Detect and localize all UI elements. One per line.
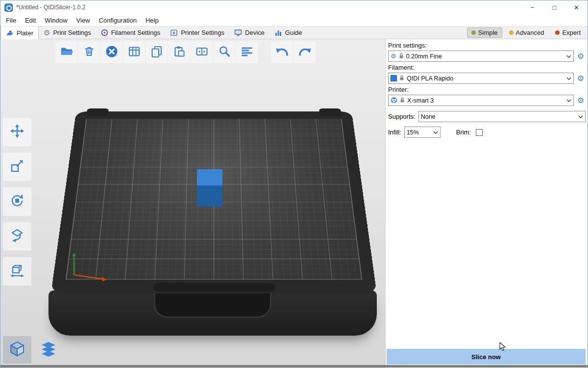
- delete-all-button[interactable]: [100, 42, 122, 63]
- plater-toolbar: [55, 42, 316, 63]
- printer-base: [49, 290, 377, 336]
- tab-filament-settings[interactable]: Filament Settings: [96, 26, 165, 39]
- slice-now-button[interactable]: Slice now: [387, 349, 586, 365]
- mode-label: Expert: [562, 29, 581, 36]
- viewport-3d[interactable]: [0, 39, 385, 368]
- chevron-down-icon: [432, 131, 438, 134]
- place-on-face-icon: [10, 228, 24, 245]
- open-folder-icon: [60, 45, 74, 60]
- supports-row: Supports: None: [388, 111, 586, 122]
- filament-spool-icon: [101, 29, 108, 36]
- menu-help[interactable]: Help: [141, 17, 163, 24]
- rotate-tool-button[interactable]: [3, 187, 31, 216]
- tab-printer-settings[interactable]: Printer Settings: [165, 26, 229, 39]
- minimize-button[interactable]: −: [521, 0, 543, 14]
- brim-label: Brim:: [456, 129, 471, 136]
- printer-label: Printer:: [388, 86, 586, 93]
- layers-icon: [40, 340, 57, 360]
- mode-simple[interactable]: Simple: [467, 27, 502, 38]
- print-settings-gear-button[interactable]: ⚙: [576, 53, 586, 60]
- print-settings-select[interactable]: ⚙ 0.20mm Fine: [388, 51, 574, 62]
- bed-handle-cutout: [154, 293, 271, 318]
- tab-label: Printer Settings: [181, 29, 224, 36]
- model-cube[interactable]: [197, 169, 222, 207]
- supports-value: None: [421, 113, 575, 120]
- brim-checkbox[interactable]: [476, 129, 483, 136]
- close-button[interactable]: ✕: [565, 0, 588, 14]
- tab-label: Plater: [17, 29, 33, 37]
- menu-view[interactable]: View: [72, 17, 95, 24]
- tabbar: Plater ⚙ Print Settings Filament Setting…: [0, 26, 588, 39]
- tab-device[interactable]: Device: [229, 26, 270, 39]
- window-controls: − □ ✕: [521, 0, 588, 14]
- layer-editing-button[interactable]: [236, 42, 258, 63]
- device-monitor-icon: [234, 29, 242, 36]
- editor-view-button[interactable]: [3, 336, 31, 364]
- menu-edit[interactable]: Edit: [21, 17, 40, 24]
- app-window: *Untitled - QIDISlicer-1.0.2 − □ ✕ File …: [0, 0, 588, 368]
- expert-mode-dot: [555, 30, 560, 35]
- simple-mode-dot: [471, 30, 476, 35]
- print-settings-value: 0.20mm Fine: [406, 53, 563, 60]
- axes-gizmo: [69, 249, 113, 284]
- printer-gear-button[interactable]: ⚙: [576, 97, 586, 105]
- tab-guide[interactable]: Guide: [270, 26, 307, 39]
- bed-front-rim-slot: [153, 283, 275, 291]
- mode-expert[interactable]: Expert: [551, 27, 585, 38]
- infill-select[interactable]: 15%: [404, 127, 441, 138]
- measure-tool-button[interactable]: [3, 257, 31, 286]
- gizmo-toolbar: [3, 118, 31, 286]
- mouse-cursor: [499, 342, 506, 352]
- printer-row: X-smart 3 ⚙: [388, 95, 586, 106]
- menu-configuration[interactable]: Configuration: [95, 17, 141, 24]
- filament-gear-button[interactable]: ⚙: [576, 75, 586, 82]
- tab-label: Print Settings: [53, 29, 91, 36]
- mode-advanced[interactable]: Advanced: [505, 27, 549, 38]
- layer-lines-icon: [240, 45, 254, 60]
- model-cube-front-face: [197, 185, 222, 207]
- menu-window[interactable]: Window: [40, 17, 72, 24]
- arrange-button[interactable]: [123, 42, 145, 63]
- window-bottom-edge: [0, 365, 588, 368]
- paste-button[interactable]: [168, 42, 190, 63]
- cube-view-icon: [8, 340, 26, 360]
- place-on-face-tool-button[interactable]: [3, 222, 31, 251]
- search-button[interactable]: [213, 42, 235, 63]
- supports-select[interactable]: None: [418, 111, 586, 122]
- view-mode-toggles: [3, 336, 63, 364]
- gear-icon: ⚙: [44, 29, 50, 36]
- chevron-down-icon: [565, 99, 571, 102]
- gear-icon: ⚙: [391, 53, 396, 59]
- filament-select[interactable]: QIDI PLA Rapido: [388, 73, 574, 84]
- print-settings-label: Print settings:: [388, 42, 586, 49]
- mode-label: Simple: [478, 29, 498, 36]
- scene: [0, 39, 385, 368]
- scale-icon: [10, 158, 24, 175]
- menu-file[interactable]: File: [1, 17, 21, 24]
- printer-select[interactable]: X-smart 3: [388, 95, 574, 106]
- mode-selector: Simple Advanced Expert: [467, 26, 588, 39]
- chevron-down-icon: [565, 77, 571, 80]
- move-icon: [10, 124, 24, 140]
- maximize-button[interactable]: □: [543, 0, 565, 14]
- trash-icon: [82, 45, 96, 60]
- open-file-button[interactable]: [55, 42, 77, 63]
- model-cube-top-face: [197, 169, 222, 185]
- undo-button[interactable]: [271, 42, 293, 63]
- scale-tool-button[interactable]: [3, 153, 31, 181]
- preview-view-button[interactable]: [34, 336, 63, 364]
- redo-button[interactable]: [294, 42, 316, 63]
- settings-sidebar: Print settings: ⚙ 0.20mm Fine ⚙ Filament…: [385, 39, 588, 368]
- supports-label: Supports:: [388, 113, 416, 120]
- tab-print-settings[interactable]: ⚙ Print Settings: [39, 26, 96, 39]
- tab-plater[interactable]: Plater: [0, 26, 39, 39]
- titlebar: *Untitled - QIDISlicer-1.0.2 − □ ✕: [0, 0, 588, 14]
- split-button[interactable]: [191, 42, 213, 63]
- copy-icon: [150, 45, 164, 60]
- copy-button[interactable]: [146, 42, 168, 63]
- delete-button[interactable]: [78, 42, 100, 63]
- tab-label: Device: [245, 29, 265, 36]
- move-tool-button[interactable]: [3, 118, 31, 146]
- undo-icon: [275, 45, 290, 60]
- advanced-mode-dot: [509, 30, 514, 35]
